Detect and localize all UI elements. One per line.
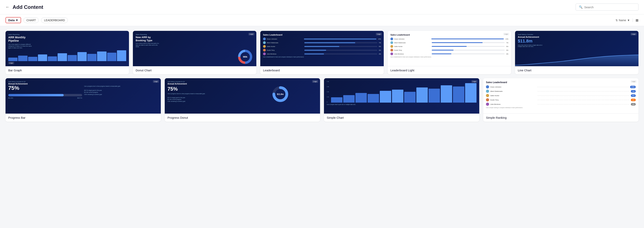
bar xyxy=(97,52,106,61)
card-leaderboard[interactable]: Logo Sales Leaderboard Grace Johnston 10… xyxy=(260,31,384,74)
line-chart-svg xyxy=(515,54,638,66)
back-button[interactable]: ← xyxy=(6,4,10,10)
dc-desc: Use a donut chart to show how parts of a… xyxy=(136,43,254,48)
avatar xyxy=(390,45,393,48)
card-label-leaderboard: Leaderboard xyxy=(260,66,384,74)
sr-row-5: Julia Mendoza 28k xyxy=(486,102,636,106)
logo-badge-tr: Logo xyxy=(153,80,159,83)
card-preview-leaderboard-light: Logo Sales Leaderboard Grace Johnston 10… xyxy=(388,31,511,66)
sc-bar xyxy=(465,83,476,102)
pd-title: Annual Achievement xyxy=(168,83,317,85)
card-progress-donut[interactable]: Logo SaaS Metrics Overview for Q4 Annual… xyxy=(165,78,320,122)
card-preview-leaderboard: Logo Sales Leaderboard Grace Johnston 10… xyxy=(260,31,384,66)
card-preview-simple-chart: Logo 1.4k 1.3k 1.2k 1.1k 0 xyxy=(324,78,479,114)
sc-bar xyxy=(416,88,428,102)
pb-side-text: Use a progress bar to show progress towa… xyxy=(84,85,158,96)
card-line-chart[interactable]: Logo SaaS Metrics Overview Annual Achiev… xyxy=(515,31,638,74)
pd-pct: 75% xyxy=(168,86,242,92)
chart-chip[interactable]: CHART xyxy=(24,18,39,23)
card-donut-chart[interactable]: Logo Sales Reporting New ARR byBooking T… xyxy=(133,31,256,74)
pd-donut: $11.8m xyxy=(243,85,317,103)
lb-light-title: Sales Leaderboard xyxy=(390,34,508,36)
bar xyxy=(48,56,57,61)
lb-light-row-2: Albert Maldonado 74k xyxy=(390,41,508,44)
card-preview-bar-graph: Sales Reporting ARR MonthlyPipeline Use … xyxy=(6,31,129,66)
lb-title: Sales Leaderboard xyxy=(263,34,381,36)
lb-light-footer: Use a leaderboard to track and compare i… xyxy=(390,56,508,58)
card-preview-line: Logo SaaS Metrics Overview Annual Achiev… xyxy=(515,31,638,66)
lb-val: 32k xyxy=(379,50,381,51)
svg-text:980k: 980k xyxy=(243,56,248,58)
pb-title: Annual Achievement xyxy=(8,83,158,85)
sc-bar xyxy=(343,95,355,103)
pb-track xyxy=(8,94,82,96)
divider xyxy=(632,18,633,22)
card-label-bar-graph: Bar Graph xyxy=(6,66,129,74)
card-label-progress-bar: Progress Bar xyxy=(6,114,161,122)
card-progress-bar[interactable]: Logo SaaS Metrics Overview for Q4 Annual… xyxy=(6,78,161,122)
page-title: Add Content xyxy=(12,4,43,10)
lb-bar xyxy=(304,46,339,47)
pb-pct: 75% xyxy=(8,85,82,91)
progress-donut-svg: $11.8m xyxy=(272,85,289,103)
sc-bar xyxy=(356,93,367,103)
card-simple-chart[interactable]: Logo 1.4k 1.3k 1.2k 1.1k 0 xyxy=(324,78,479,122)
bar xyxy=(78,52,87,61)
logo-badge-tr: Logo xyxy=(248,33,254,36)
sc-bar xyxy=(428,89,440,103)
lb-val: 105k xyxy=(378,38,381,40)
avatar xyxy=(390,52,393,55)
avatar xyxy=(263,52,266,55)
card-label-leaderboard-light: Leaderboard Light xyxy=(388,66,511,74)
pd-side-text: Use a progress donut to show progress to… xyxy=(168,93,242,102)
lb-bar xyxy=(304,42,356,43)
bg-desc: Use a bar graph to compare differentcate… xyxy=(8,44,126,49)
sort-label: Name xyxy=(619,19,626,22)
chevron-down-icon: ▼ xyxy=(16,18,18,22)
leaderboard-chip[interactable]: LEADERBOARD xyxy=(41,18,68,23)
sort-icon: ⇅ xyxy=(616,19,618,22)
sc-footer: Use a simple chart to plot one or multip… xyxy=(327,104,476,105)
avatar xyxy=(486,94,489,97)
sr-row-4: Dustin Terry 32k xyxy=(486,98,636,102)
logo-badge-tr: Logo xyxy=(631,33,636,36)
toolbar: Data ▼ CHART LEADERBOARD ⇅ Name ▼ ▦ xyxy=(0,14,644,26)
lc-small-title: SaaS Metrics Overview xyxy=(518,34,636,36)
card-simple-ranking[interactable]: Logo Sales Leaderboard Grace Johnston 10… xyxy=(483,78,638,122)
lc-big-title: Annual Achievement xyxy=(518,36,636,38)
lb-light-row-1: Grace Johnston 105k xyxy=(390,38,508,40)
bar xyxy=(28,57,37,61)
dc-legend: ● Legend 1 ● Legend 2 ● Legend 3 xyxy=(136,66,254,66)
bar xyxy=(68,55,77,61)
sr-row-2: Albert Maldonado 74k xyxy=(486,90,636,93)
lb-row-3: Sallie Hunter 50k xyxy=(263,45,381,48)
avatar xyxy=(486,102,489,106)
search-icon: 🔍 xyxy=(579,5,583,9)
data-filter-button[interactable]: Data ▼ xyxy=(6,17,21,23)
logo-badge-tr: Logo xyxy=(503,33,509,36)
card-preview-progress-bar: Logo SaaS Metrics Overview for Q4 Annual… xyxy=(6,78,161,114)
avatar xyxy=(263,49,266,52)
filter-button[interactable]: ▦ xyxy=(636,18,638,22)
lb-bar xyxy=(304,54,324,54)
sort-button[interactable]: ⇅ Name ▼ xyxy=(616,19,630,22)
sc-bar xyxy=(441,85,452,102)
card-label-progress-donut: Progress Donut xyxy=(165,114,320,122)
content-area: Sales Reporting ARR MonthlyPipeline Use … xyxy=(0,26,644,130)
avatar xyxy=(486,90,489,93)
card-label-simple-ranking: Simple Ranking xyxy=(483,114,638,122)
logo-badge-tr: Logo xyxy=(376,33,382,36)
card-label-donut: Donut Chart xyxy=(133,66,256,74)
lb-row-2: Albert Maldonado 74k xyxy=(263,41,381,44)
bar xyxy=(8,58,18,61)
card-bar-graph[interactable]: Sales Reporting ARR MonthlyPipeline Use … xyxy=(6,31,129,74)
card-leaderboard-light[interactable]: Logo Sales Leaderboard Grace Johnston 10… xyxy=(388,31,511,74)
card-preview-simple-ranking: Logo Sales Leaderboard Grace Johnston 10… xyxy=(483,78,638,114)
logo-badge-tr: Logo xyxy=(631,80,636,83)
toolbar-left: Data ▼ CHART LEADERBOARD xyxy=(6,17,68,23)
sc-bar xyxy=(331,97,342,103)
search-input[interactable] xyxy=(584,6,635,9)
bg-small-title: Sales Reporting xyxy=(8,34,126,36)
card-label-line: Line Chart xyxy=(515,66,638,74)
logo-badge-tr: Logo xyxy=(472,80,477,83)
